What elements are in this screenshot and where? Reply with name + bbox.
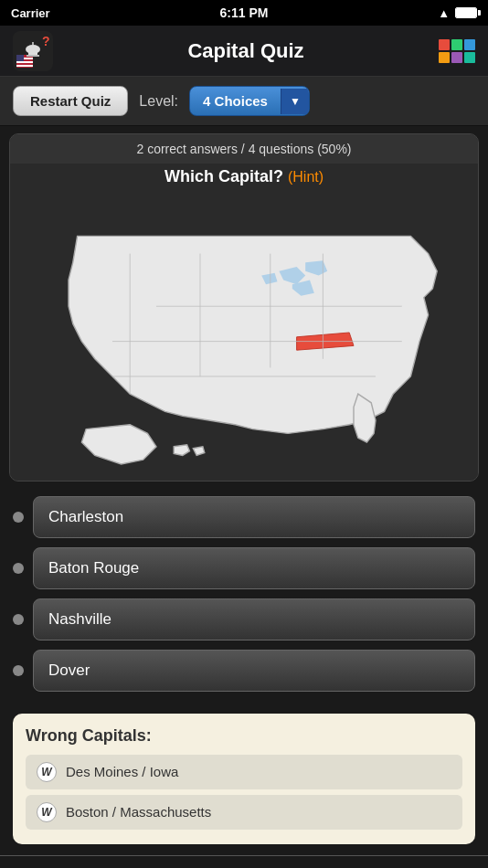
color-cell: [439, 52, 450, 63]
color-cell: [464, 39, 475, 50]
status-bar: Carrier 6:11 PM ▲: [0, 0, 488, 26]
wrong-title: Wrong Capitals:: [26, 726, 462, 746]
choices-section: CharlestonBaton RougeNashvilleDover: [0, 489, 488, 708]
app-header: ? Capital Quiz: [0, 26, 488, 77]
svg-rect-5: [16, 55, 24, 61]
svg-rect-7: [28, 49, 37, 55]
wrong-item[interactable]: WBoston / Massachusetts: [26, 795, 462, 830]
quiz-stats: 2 correct answers / 4 questions (50%): [10, 134, 478, 164]
wrong-item-text: Boston / Massachusetts: [66, 804, 211, 820]
choice-row: Baton Rouge: [13, 547, 475, 589]
color-cell: [451, 52, 462, 63]
footer-text: Test your knowledge and name all state c…: [0, 863, 488, 868]
choice-row: Dover: [13, 650, 475, 692]
map-container: [10, 194, 478, 481]
question-text: Which Capital?: [164, 167, 283, 185]
carrier-label: Carrier: [11, 6, 50, 20]
choice-bullet: [13, 614, 24, 625]
wrong-items-list: WDes Moines / IowaWBoston / Massachusett…: [26, 755, 462, 830]
status-time: 6:11 PM: [220, 5, 269, 20]
footer-divider: [0, 855, 488, 856]
quiz-area: 2 correct answers / 4 questions (50%) Wh…: [9, 133, 479, 482]
choice-button-3[interactable]: Dover: [33, 650, 475, 692]
battery-icon: [455, 7, 477, 18]
choice-bullet: [13, 665, 24, 676]
color-grid: [439, 39, 475, 63]
choice-button-2[interactable]: Nashville: [33, 598, 475, 640]
wiki-icon: W: [37, 802, 57, 822]
wrong-item-text: Des Moines / Iowa: [66, 764, 178, 779]
wiki-icon: W: [37, 762, 57, 782]
app-logo: ?: [13, 31, 53, 71]
svg-text:?: ?: [42, 34, 50, 48]
level-label: Level:: [139, 93, 178, 110]
color-cell: [439, 39, 450, 50]
wrong-item[interactable]: WDes Moines / Iowa: [26, 755, 462, 789]
choice-button-1[interactable]: Baton Rouge: [33, 547, 475, 589]
choice-row: Nashville: [13, 598, 475, 640]
svg-rect-4: [16, 65, 33, 67]
wifi-icon: ▲: [438, 6, 450, 20]
restart-button[interactable]: Restart Quiz: [13, 86, 128, 116]
choice-bullet: [13, 512, 24, 523]
hint-label[interactable]: (Hint): [288, 169, 324, 185]
choice-bullet: [13, 563, 24, 574]
choice-button-0[interactable]: Charleston: [33, 496, 475, 538]
us-map-svg: [25, 201, 463, 473]
choice-row: Charleston: [13, 496, 475, 538]
status-right: ▲: [438, 6, 477, 20]
app-title: Capital Quiz: [53, 39, 439, 63]
toolbar: Restart Quiz Level: 4 Choices ▼: [0, 77, 488, 126]
level-value: 4 Choices: [190, 87, 281, 115]
logo-svg: ?: [13, 31, 53, 71]
level-selector[interactable]: 4 Choices ▼: [189, 86, 310, 116]
svg-rect-8: [27, 55, 39, 57]
svg-rect-3: [16, 61, 33, 63]
level-dropdown-arrow[interactable]: ▼: [281, 89, 309, 114]
wrong-section: Wrong Capitals: WDes Moines / IowaWBosto…: [13, 714, 475, 844]
color-cell: [464, 52, 475, 63]
color-cell: [451, 39, 462, 50]
quiz-question: Which Capital? (Hint): [10, 164, 478, 194]
